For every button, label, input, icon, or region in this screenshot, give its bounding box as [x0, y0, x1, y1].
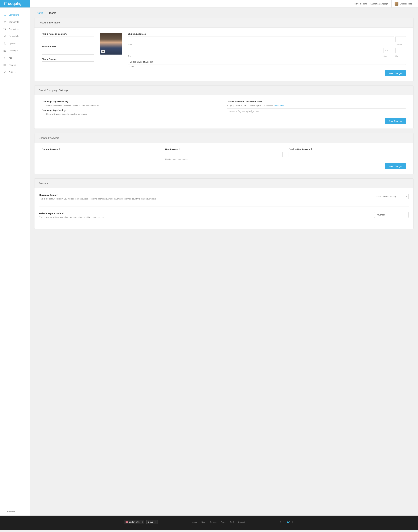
sidebar: Campaigns Storefronts Promotions Cross-S… — [0, 8, 30, 516]
launch-link[interactable]: Launch a Campaign — [371, 3, 388, 5]
sidebar-item-label: Ads — [9, 57, 12, 59]
shipping-label: Shipping Address — [128, 33, 406, 35]
shuffle-icon — [3, 35, 6, 38]
footer-link-contact[interactable]: Contact — [238, 521, 245, 523]
current-pw-label: Current Password — [42, 148, 159, 150]
shirt-icon — [3, 2, 7, 6]
svg-rect-2 — [4, 64, 6, 66]
street-hint: Street — [128, 44, 394, 46]
us-flag-icon — [126, 521, 128, 523]
twitter-icon[interactable]: 🐦 — [287, 520, 290, 524]
state-value: CA — [385, 49, 388, 52]
svg-point-0 — [4, 28, 4, 29]
panel-header: Payouts — [35, 179, 413, 188]
tab-teams[interactable]: Teams — [49, 12, 56, 14]
sidebar-item-upsells[interactable]: Up-Sells — [0, 40, 30, 47]
new-pw-input[interactable] — [165, 152, 283, 157]
panel-body: Public Name or Company Email Address Pho… — [35, 28, 413, 81]
save-account-button[interactable]: Save Changes — [385, 70, 406, 76]
avatar — [395, 2, 398, 6]
country-value: United States of America — [130, 61, 153, 63]
name-label: Public Name or Company — [42, 33, 94, 35]
chevron-down-icon: ▾ — [413, 3, 414, 5]
sidebar-item-storefronts[interactable]: Storefronts — [0, 18, 30, 25]
sidebar-item-label: Promotions — [9, 28, 19, 30]
current-pw-input[interactable] — [42, 152, 159, 157]
shell: Campaigns Storefronts Promotions Cross-S… — [0, 8, 418, 516]
profile-photo[interactable] — [100, 33, 122, 55]
method-select[interactable]: Payoneer ▾ — [374, 212, 409, 218]
phone-input[interactable] — [42, 61, 94, 67]
footer: English (USA) ▴▾ $ USD ▴▾ About Blog Car… — [0, 516, 418, 530]
user-menu[interactable]: Walker's Tees ▾ — [391, 0, 414, 8]
footer-link-faq[interactable]: FAQ — [230, 521, 234, 523]
discovery-checkbox[interactable] — [42, 104, 44, 106]
sidebar-item-promotions[interactable]: Promotions — [0, 25, 30, 33]
panel-title: Account Information — [39, 21, 409, 24]
sidebar-item-campaigns[interactable]: Campaigns — [0, 11, 30, 18]
save-password-button[interactable]: Save Changes — [385, 163, 406, 169]
footer-link-blog[interactable]: Blog — [202, 521, 205, 523]
phone-label: Phone Number — [42, 58, 94, 60]
gear-icon — [3, 71, 6, 74]
zip-input[interactable] — [395, 48, 406, 53]
confirm-pw-input[interactable] — [289, 152, 406, 157]
apt-input[interactable] — [395, 36, 406, 42]
sidebar-item-settings[interactable]: Settings — [0, 69, 30, 76]
arrows-icon — [3, 42, 6, 45]
email-input[interactable] — [42, 49, 94, 55]
sidebar-item-ads[interactable]: Ads — [0, 54, 30, 61]
state-select[interactable]: CA ▴▾ — [383, 48, 394, 53]
main: Profile Teams Account Information Public… — [30, 8, 418, 516]
footer-link-careers[interactable]: Careers — [209, 521, 216, 523]
sidebar-item-crosssells[interactable]: Cross-Sells — [0, 33, 30, 40]
fb-desc: To get your Facebook conversion pixel, f… — [227, 104, 274, 107]
panel-title: Change Password — [39, 137, 409, 140]
sidebar-item-label: Campaigns — [9, 14, 19, 16]
tab-profile[interactable]: Profile — [36, 12, 43, 14]
email-label: Email Address — [42, 45, 94, 48]
refer-link[interactable]: Refer a Friend — [355, 3, 367, 5]
sidebar-item-messages[interactable]: Messages — [0, 47, 30, 54]
facebook-icon[interactable]: f — [283, 520, 284, 524]
collapse-button[interactable]: ← Collapse — [0, 508, 30, 516]
discovery-label: Campaign Page Discovery — [42, 100, 221, 103]
pinterest-icon[interactable]: P — [292, 520, 294, 524]
footer-link-terms[interactable]: Terms — [221, 521, 226, 523]
method-desc: This is how we will pay you after your c… — [39, 216, 368, 219]
megaphone-icon — [3, 56, 6, 59]
confirm-pw-label: Confirm New Password — [289, 148, 406, 150]
sidebar-item-label: Payouts — [9, 64, 16, 66]
discovery-text: Don't show my campaigns on Google or oth… — [46, 104, 99, 106]
footer-links: About Blog Careers Terms FAQ Contact — [192, 521, 245, 523]
fb-instructions-link[interactable]: instructions. — [274, 104, 284, 107]
panel-header: Change Password — [35, 133, 413, 143]
alltime-checkbox[interactable] — [42, 113, 44, 115]
svg-point-3 — [4, 65, 5, 65]
city-input[interactable] — [128, 48, 382, 53]
svg-point-5 — [103, 51, 104, 52]
save-global-button[interactable]: Save Changes — [385, 118, 406, 124]
brand-logo[interactable]: teespring — [0, 0, 30, 8]
currency-desc: This is the default currency you will se… — [39, 197, 368, 200]
fb-pixel-input[interactable] — [227, 109, 406, 114]
new-pw-label: New Password — [165, 148, 283, 150]
footer-link-about[interactable]: About — [192, 521, 197, 523]
brand-name: teespring — [8, 2, 22, 6]
language-select[interactable]: English (USA) ▴▾ — [124, 520, 144, 524]
svg-point-4 — [4, 72, 5, 73]
name-input[interactable] — [42, 36, 94, 42]
country-select[interactable]: United States of America ▴▾ — [128, 59, 406, 65]
instagram-icon[interactable]: ⌖ — [280, 520, 281, 524]
currency-footer-select[interactable]: $ USD ▴▾ — [146, 520, 157, 524]
select-chevron-icon: ▴▾ — [404, 61, 404, 63]
sidebar-item-label: Up-Sells — [9, 42, 17, 45]
mail-icon — [3, 49, 6, 52]
sidebar-item-payouts[interactable]: Payouts — [0, 61, 30, 69]
sidebar-item-label: Cross-Sells — [9, 35, 19, 37]
camera-icon[interactable] — [101, 50, 105, 53]
street-input[interactable] — [128, 36, 394, 42]
panel-payouts: Payouts Currency Display This is the def… — [34, 178, 414, 229]
currency-select[interactable]: $ USD (United States) ▾ — [374, 194, 409, 199]
select-chevron-icon: ▴▾ — [142, 521, 143, 523]
